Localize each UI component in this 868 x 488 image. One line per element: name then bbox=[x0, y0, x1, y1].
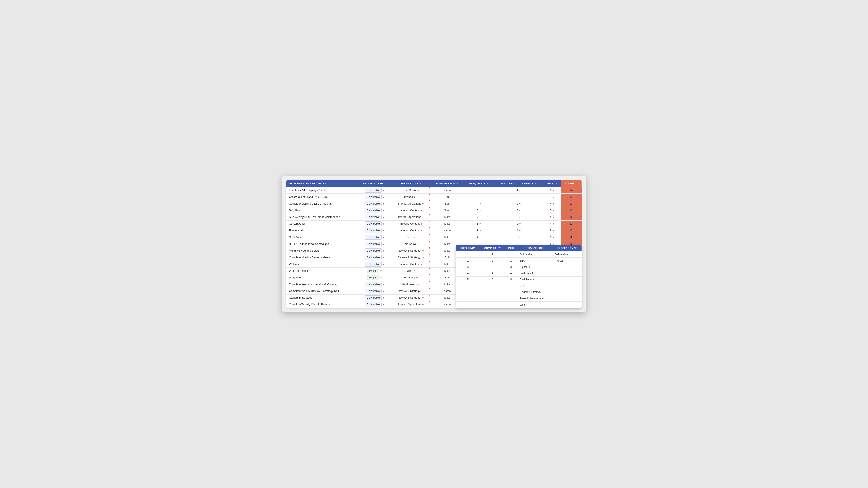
dropdown-arrow-freq[interactable]: ▼ bbox=[479, 223, 481, 225]
dropdown-arrow-doc[interactable]: ▼ bbox=[519, 189, 521, 192]
dropdown-arrow-service[interactable]: ▼ bbox=[420, 223, 423, 225]
dropdown-arrow-service[interactable]: ▼ bbox=[417, 243, 419, 245]
dropdown-arrow-service[interactable]: ▼ bbox=[420, 209, 423, 212]
dropdown-arrow-process[interactable]: ▼ bbox=[382, 250, 384, 252]
cell-frequency: 2 ▼ bbox=[464, 214, 494, 221]
filter-icon-score[interactable]: ⇅ bbox=[576, 183, 578, 185]
dropdown-arrow-pain[interactable]: ▼ bbox=[552, 202, 554, 205]
dropdown-arrow-pain[interactable]: ▼ bbox=[552, 236, 554, 238]
cell-score: 12 bbox=[561, 221, 582, 227]
popup-cell-frequency: 5 bbox=[456, 276, 480, 283]
col-header-score[interactable]: SCORE ⇅ bbox=[561, 180, 582, 187]
col-header-pain[interactable]: PAIN ⇅ bbox=[544, 180, 561, 187]
dropdown-arrow-freq[interactable]: ▼ bbox=[479, 236, 481, 238]
dropdown-arrow-service[interactable]: ▼ bbox=[422, 297, 424, 299]
process-type-tag: Deliverable bbox=[365, 208, 382, 213]
cell-frequency: 3 ▼ bbox=[464, 207, 494, 214]
cell-service-line: Paid Search ▼ bbox=[392, 281, 430, 288]
dropdown-arrow-pain[interactable]: ▼ bbox=[552, 223, 554, 225]
cell-process-type: Deliverable ▼ bbox=[358, 248, 392, 254]
col-header-frequency[interactable]: FREQUENCY ⇅ bbox=[464, 180, 494, 187]
dropdown-arrow-service[interactable]: ▼ bbox=[422, 216, 424, 219]
popup-cell-service-line: Web bbox=[517, 302, 552, 308]
process-type-tag: Project bbox=[367, 268, 379, 273]
cell-frequency: 5 ▼ bbox=[464, 187, 494, 194]
cell-name: Monthly Reporting Setup bbox=[286, 248, 358, 254]
col-header-doc-needs[interactable]: DOCUMENTATION NEEDS ⇅ bbox=[494, 180, 544, 187]
dropdown-arrow-service[interactable]: ▼ bbox=[422, 290, 424, 292]
cell-name: Storybrand bbox=[286, 274, 358, 281]
dropdown-arrow-freq[interactable]: ▼ bbox=[479, 229, 481, 232]
dropdown-arrow-process[interactable]: ▼ bbox=[382, 297, 384, 299]
filter-icon-doc[interactable]: ⇅ bbox=[535, 183, 537, 185]
dropdown-arrow-freq[interactable]: ▼ bbox=[479, 209, 481, 212]
table-row: Content Offer Deliverable ▼ Inbound Cont… bbox=[286, 221, 582, 227]
dropdown-arrow-process[interactable]: ▼ bbox=[380, 270, 382, 272]
filter-icon-service[interactable]: ⇅ bbox=[420, 183, 422, 185]
dropdown-arrow-freq[interactable]: ▼ bbox=[479, 189, 481, 192]
dropdown-arrow-freq[interactable]: ▼ bbox=[479, 202, 481, 205]
dropdown-arrow-pain[interactable]: ▼ bbox=[552, 229, 554, 232]
dropdown-arrow-process[interactable]: ▼ bbox=[382, 256, 384, 259]
dropdown-arrow-process[interactable]: ▼ bbox=[382, 283, 384, 286]
dropdown-arrow-process[interactable]: ▼ bbox=[382, 216, 384, 219]
filter-icon-process[interactable]: ⇅ bbox=[384, 183, 386, 185]
dropdown-arrow-process[interactable]: ▼ bbox=[382, 243, 384, 245]
dropdown-arrow-process[interactable]: ▼ bbox=[382, 189, 384, 192]
dropdown-arrow-pain[interactable]: ▼ bbox=[552, 209, 554, 212]
dropdown-arrow-process[interactable]: ▼ bbox=[382, 290, 384, 292]
dropdown-arrow-service[interactable]: ▼ bbox=[416, 276, 418, 279]
dropdown-arrow-process[interactable]: ▼ bbox=[382, 303, 384, 306]
dropdown-arrow-process[interactable]: ▼ bbox=[382, 209, 384, 212]
filter-icon-person[interactable]: ⇅ bbox=[457, 183, 459, 185]
popup-cell-process-type bbox=[552, 295, 582, 302]
dropdown-arrow-doc[interactable]: ▼ bbox=[519, 236, 521, 238]
cell-service-line: Review & Strategy* ▼ bbox=[392, 254, 430, 261]
dropdown-arrow-service[interactable]: ▼ bbox=[422, 303, 424, 306]
filter-icon-freq[interactable]: ⇅ bbox=[487, 183, 489, 185]
dropdown-arrow-service[interactable]: ▼ bbox=[418, 283, 420, 286]
dropdown-arrow-doc[interactable]: ▼ bbox=[519, 196, 521, 198]
popup-col-pain: PAIN bbox=[505, 245, 517, 251]
dropdown-arrow-service[interactable]: ▼ bbox=[420, 229, 423, 232]
dropdown-arrow-pain[interactable]: ▼ bbox=[552, 216, 554, 219]
process-type-tag: Deliverable bbox=[365, 215, 382, 220]
dropdown-arrow-doc[interactable]: ▼ bbox=[519, 216, 521, 219]
popup-cell-complexity: 5 bbox=[480, 276, 505, 283]
col-header-service-line[interactable]: SERVICE LINE ⇅ bbox=[392, 180, 430, 187]
col-header-deliverables[interactable]: DELIVERABLES & PROJECTS bbox=[286, 180, 358, 187]
process-type-tag: Deliverable bbox=[365, 195, 382, 199]
col-header-process-type[interactable]: PROCESS TYPE ⇅ bbox=[358, 180, 392, 187]
popup-table-row: Project Management bbox=[456, 295, 582, 302]
cell-point-person: Mike bbox=[430, 221, 464, 227]
dropdown-arrow-pain[interactable]: ▼ bbox=[552, 196, 554, 198]
dropdown-arrow-service[interactable]: ▼ bbox=[417, 189, 419, 192]
dropdown-arrow-service[interactable]: ▼ bbox=[422, 202, 424, 205]
cell-name: Complete Pre-Launch Audits & Planning bbox=[286, 281, 358, 288]
dropdown-arrow-doc[interactable]: ▼ bbox=[519, 229, 521, 232]
dropdown-arrow-pain[interactable]: ▼ bbox=[552, 189, 554, 192]
dropdown-arrow-doc[interactable]: ▼ bbox=[519, 223, 521, 225]
dropdown-arrow-doc[interactable]: ▼ bbox=[519, 202, 521, 205]
dropdown-arrow-process[interactable]: ▼ bbox=[382, 202, 384, 205]
dropdown-arrow-doc[interactable]: ▼ bbox=[519, 209, 521, 212]
dropdown-arrow-freq[interactable]: ▼ bbox=[479, 196, 481, 198]
dropdown-arrow-service[interactable]: ▼ bbox=[422, 250, 424, 252]
dropdown-arrow-service[interactable]: ▼ bbox=[413, 270, 415, 272]
popup-cell-service-line: Digital PR bbox=[517, 264, 552, 270]
dropdown-arrow-process[interactable]: ▼ bbox=[382, 223, 384, 225]
dropdown-arrow-service[interactable]: ▼ bbox=[422, 256, 424, 259]
dropdown-arrow-process[interactable]: ▼ bbox=[382, 263, 384, 265]
cell-process-type: Project ▼ bbox=[358, 274, 392, 281]
dropdown-arrow-process[interactable]: ▼ bbox=[382, 229, 384, 232]
dropdown-arrow-freq[interactable]: ▼ bbox=[479, 216, 481, 219]
filter-icon-pain[interactable]: ⇅ bbox=[555, 183, 557, 185]
dropdown-arrow-service[interactable]: ▼ bbox=[420, 263, 423, 265]
dropdown-arrow-service[interactable]: ▼ bbox=[416, 196, 418, 198]
dropdown-arrow-process[interactable]: ▼ bbox=[380, 276, 382, 279]
dropdown-arrow-service[interactable]: ▼ bbox=[413, 236, 415, 238]
col-header-point-person[interactable]: POINT PERSON ⇅ bbox=[430, 180, 464, 187]
dropdown-arrow-process[interactable]: ▼ bbox=[382, 236, 384, 238]
popup-cell-frequency: 1 bbox=[456, 251, 480, 258]
dropdown-arrow-process[interactable]: ▼ bbox=[382, 196, 384, 198]
